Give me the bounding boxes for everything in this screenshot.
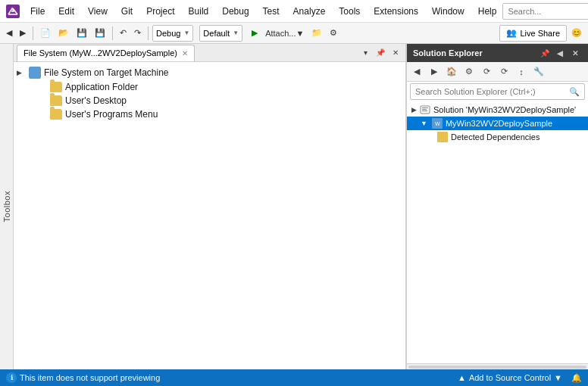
se-deps-item[interactable]: Detected Dependencies — [407, 130, 588, 144]
undo-button[interactable]: ↶ — [117, 25, 130, 42]
se-scrollbar[interactable] — [407, 363, 588, 369]
project-expand-icon: ▼ — [421, 120, 427, 127]
folder-view-button[interactable]: 📁 — [308, 25, 325, 42]
menu-project[interactable]: Project — [140, 5, 180, 18]
se-search-icon: 🔍 — [569, 87, 580, 97]
file-system-tab[interactable]: File System (MyW...2WV2DeploySample) ✕ — [17, 45, 195, 61]
source-control-button[interactable]: ▲ Add to Source Control ▼ — [458, 373, 562, 382]
svg-rect-5 — [422, 107, 428, 108]
platform-config-dropdown[interactable]: Default ▼ — [199, 25, 242, 42]
user-programs-label: User's Programs Menu — [65, 109, 158, 120]
menu-window[interactable]: Window — [426, 5, 471, 18]
deps-icon — [437, 132, 448, 142]
solution-explorer-panel: Solution Explorer 📌 ◀ ✕ ◀ ▶ 🏠 ⚙ ⟳ ⟳ ↕ 🔧 … — [406, 44, 588, 369]
toolbar-separator-3 — [148, 26, 149, 40]
platform-config-arrow-icon: ▼ — [233, 30, 239, 36]
forward-button[interactable]: ▶ — [17, 25, 29, 42]
menu-file[interactable]: File — [24, 5, 51, 18]
panel-tab-actions: ▾ 📌 ✕ — [358, 46, 402, 60]
user-desktop-icon — [50, 95, 62, 106]
se-sync-button[interactable]: ↕ — [513, 64, 530, 79]
se-search-input[interactable] — [415, 87, 569, 96]
solution-explorer-title: Solution Explorer — [413, 48, 483, 58]
save-all-button[interactable]: 💾 — [92, 25, 108, 42]
props-button[interactable]: ⚙ — [327, 25, 340, 42]
se-close-button[interactable]: ✕ — [568, 46, 582, 60]
svg-rect-7 — [422, 111, 427, 111]
svg-rect-1 — [30, 69, 39, 76]
title-search-box[interactable]: 🔍 — [502, 3, 588, 20]
menu-extensions[interactable]: Extensions — [368, 5, 424, 18]
se-home-button[interactable]: 🏠 — [443, 64, 460, 79]
back-button[interactable]: ◀ — [3, 25, 15, 42]
se-auto-hide-button[interactable]: ◀ — [553, 46, 567, 60]
menu-test[interactable]: Test — [257, 5, 286, 18]
target-machine-icon — [29, 67, 41, 79]
debug-config-label: Debug — [156, 29, 180, 38]
panel-close-button[interactable]: ✕ — [389, 46, 402, 60]
menu-build[interactable]: Build — [183, 5, 215, 18]
new-solution-button[interactable]: 📄 — [37, 25, 54, 42]
tree-item-user-programs-menu[interactable]: User's Programs Menu — [14, 107, 405, 121]
se-settings-button[interactable]: 🔧 — [530, 64, 547, 79]
start-button[interactable]: ▶ — [249, 25, 261, 42]
main-area: Toolbox File System (MyW...2WV2DeploySam… — [0, 44, 588, 369]
toolbar-separator-1 — [33, 26, 33, 40]
se-project-item[interactable]: ▼ W MyWin32WV2DeploySample — [407, 117, 588, 130]
tree-item-app-folder[interactable]: Application Folder — [14, 80, 405, 94]
debug-config-dropdown[interactable]: Debug ▼ — [152, 25, 193, 42]
menu-tools[interactable]: Tools — [333, 5, 366, 18]
feedback-button[interactable]: 😊 — [568, 25, 585, 42]
menu-help[interactable]: Help — [472, 5, 503, 18]
toolbox-sidebar[interactable]: Toolbox — [0, 44, 14, 369]
se-project-label: MyWin32WV2DeploySample — [446, 119, 552, 128]
tree-item-user-desktop[interactable]: User's Desktop — [14, 94, 405, 107]
solution-expand-icon: ▶ — [411, 106, 417, 114]
menu-view[interactable]: View — [82, 5, 114, 18]
menu-edit[interactable]: Edit — [52, 5, 80, 18]
attach-label: Attach... — [265, 29, 296, 38]
file-system-panel: File System (MyW...2WV2DeploySample) ✕ ▾… — [14, 44, 406, 369]
open-button[interactable]: 📂 — [55, 25, 72, 42]
se-refresh2-button[interactable]: ⟳ — [496, 64, 512, 79]
se-pin-button[interactable]: 📌 — [538, 46, 552, 60]
svg-rect-6 — [422, 109, 427, 110]
se-back-button[interactable]: ◀ — [408, 64, 425, 79]
menu-debug[interactable]: Debug — [216, 5, 255, 18]
file-system-tab-close-button[interactable]: ✕ — [182, 49, 188, 58]
panel-auto-hide-button[interactable]: 📌 — [374, 46, 387, 60]
status-bar: ℹ This item does not support previewing … — [0, 369, 588, 386]
bell-icon[interactable]: 🔔 — [571, 373, 582, 383]
project-icon: W — [432, 118, 443, 129]
se-header-actions: 📌 ◀ ✕ — [538, 46, 582, 60]
se-props-button[interactable]: ⚙ — [461, 64, 477, 79]
title-search-input[interactable] — [508, 7, 588, 16]
se-solution-label: Solution 'MyWin32WV2DeploySample' — [433, 105, 576, 114]
se-search-box[interactable]: 🔍 — [410, 83, 585, 100]
platform-config-label: Default — [203, 29, 230, 38]
se-forward-button[interactable]: ▶ — [426, 64, 443, 79]
source-control-down-icon: ▼ — [554, 373, 562, 382]
se-refresh-button[interactable]: ⟳ — [478, 64, 495, 79]
panel-dropdown-button[interactable]: ▾ — [358, 46, 372, 60]
menu-analyze[interactable]: Analyze — [287, 5, 332, 18]
svg-text:W: W — [435, 121, 440, 126]
live-share-label: Live Share — [520, 29, 560, 38]
source-control-label: Add to Source Control — [469, 373, 551, 382]
attach-button[interactable]: Attach... ▼ — [262, 25, 307, 42]
redo-button[interactable]: ↷ — [131, 25, 144, 42]
file-system-tab-label: File System (MyW...2WV2DeploySample) — [23, 48, 177, 58]
save-button[interactable]: 💾 — [74, 25, 90, 42]
vs-logo-icon — [6, 5, 20, 18]
live-share-button[interactable]: 👥 Live Share — [499, 25, 567, 42]
se-tree: ▶ Solution 'MyWin32WV2DeploySample' ▼ — [407, 101, 588, 363]
tree-root-item[interactable]: ▶ File System on Target Machine — [14, 65, 405, 80]
status-left: ℹ This item does not support previewing — [6, 372, 160, 383]
menu-git[interactable]: Git — [115, 5, 139, 18]
toolbar-separator-2 — [112, 26, 113, 40]
tree-root-label: File System on Target Machine — [44, 67, 169, 78]
title-bar: File Edit View Git Project Build Debug T… — [0, 0, 588, 23]
info-icon: ℹ — [6, 372, 17, 383]
se-solution-item[interactable]: ▶ Solution 'MyWin32WV2DeploySample' — [407, 103, 588, 117]
file-tree: ▶ File System on Target Machine Applicat… — [14, 62, 405, 369]
